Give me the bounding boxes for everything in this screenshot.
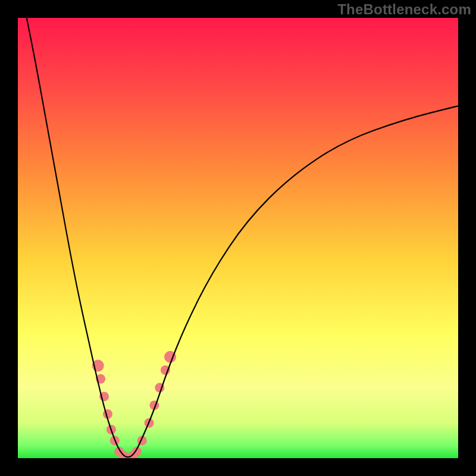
highlight-dots-group	[92, 351, 176, 458]
plot-area	[18, 18, 458, 458]
bottleneck-curve	[27, 18, 458, 457]
curve-layer	[18, 18, 458, 458]
chart-frame: TheBottleneck.com	[0, 0, 476, 476]
watermark-text: TheBottleneck.com	[337, 1, 471, 18]
